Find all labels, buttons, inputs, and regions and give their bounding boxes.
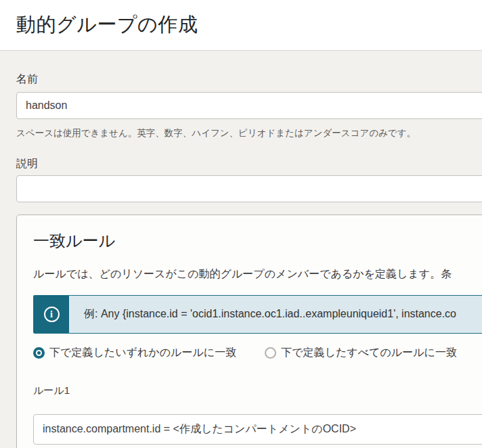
info-icon-cell: i (34, 296, 69, 333)
name-input[interactable] (16, 92, 482, 119)
match-any-radio[interactable]: 下で定義したいずれかのルールに一致 (33, 346, 236, 360)
name-field-label: 名前 (16, 72, 482, 87)
rule-match-options: 下で定義したいずれかのルールに一致 下で定義したすべてのルールに一致 (33, 346, 482, 360)
example-rule-text: 例: Any {instance.id = 'ocid1.instance.oc… (69, 296, 482, 333)
match-all-radio[interactable]: 下で定義したすべてのルールに一致 (265, 346, 457, 360)
example-info-banner: i 例: Any {instance.id = 'ocid1.instance.… (33, 295, 482, 334)
dialog-body: 名前 スペースは使用できません。英字、数字、ハイフン、ピリオドまたはアンダースコ… (0, 51, 482, 448)
match-all-label: 下で定義したすべてのルールに一致 (281, 346, 457, 360)
matching-rules-intro: ルールでは、どのリソースがこの動的グループのメンバーであるかを定義します。条 (33, 267, 482, 282)
radio-unselected-icon[interactable] (265, 347, 276, 359)
info-icon: i (44, 307, 60, 322)
description-field-label: 説明 (16, 157, 482, 171)
description-input[interactable] (16, 175, 482, 202)
radio-selected-icon[interactable] (33, 347, 45, 359)
dialog-header: 動的グループの作成 (0, 0, 482, 51)
rule1-label: ルール1 (33, 384, 482, 397)
match-any-label: 下で定義したいずれかのルールに一致 (49, 346, 236, 360)
page-title: 動的グループの作成 (16, 12, 198, 39)
name-help-text: スペースは使用できません。英字、数字、ハイフン、ピリオドまたはアンダースコアのみ… (16, 127, 482, 139)
rule1-input[interactable] (33, 414, 482, 445)
matching-rules-panel: 一致ルール ルールでは、どのリソースがこの動的グループのメンバーであるかを定義し… (16, 215, 482, 448)
matching-rules-heading: 一致ルール (33, 230, 482, 252)
